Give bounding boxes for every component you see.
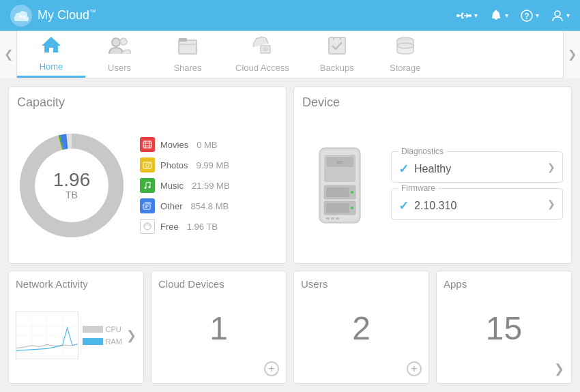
capacity-title: Capacity <box>17 95 278 110</box>
nav-bar: ❮ Home Users <box>0 31 580 78</box>
device-image: WD <box>302 141 377 230</box>
music-value: 21.59 MB <box>192 181 230 191</box>
nav-backups-label: Backups <box>320 63 354 73</box>
users-add-button[interactable]: + <box>407 361 422 376</box>
apps-arrow-icon[interactable]: ❯ <box>554 361 564 376</box>
nav-item-storage[interactable]: Storage <box>371 31 439 78</box>
usb-icon[interactable]: ▾ <box>456 10 478 21</box>
ram-label: RAM <box>106 337 122 346</box>
firmware-check-icon: ✓ <box>398 198 409 213</box>
main-content: Capacity 1.96 TB <box>0 78 580 392</box>
nav-items: Home Users Shares <box>17 31 563 78</box>
legend-movies: Movies 0 MB <box>140 137 230 152</box>
svg-rect-49 <box>331 217 334 220</box>
capacity-unit: TB <box>53 190 91 200</box>
help-dropdown-arrow[interactable]: ▾ <box>536 12 539 19</box>
svg-point-8 <box>112 38 120 46</box>
device-title: Device <box>302 95 563 110</box>
nav-right-arrow[interactable]: ❯ <box>563 31 580 78</box>
device-content: WD Dia <box>302 117 563 255</box>
network-content: CPU RAM ❯ <box>16 295 136 377</box>
svg-rect-33 <box>143 204 150 209</box>
apps-footer: ❯ <box>444 361 564 376</box>
capacity-donut: 1.96 TB <box>17 131 126 240</box>
svg-rect-50 <box>336 217 339 220</box>
backups-icon <box>327 36 347 60</box>
capacity-value-center: 1.96 TB <box>53 170 91 200</box>
network-labels: CPU RAM <box>83 325 122 346</box>
cloud-devices-add-button[interactable]: + <box>264 361 279 376</box>
legend-music: Music 21.59 MB <box>140 178 230 193</box>
users-footer: + <box>301 361 422 376</box>
network-graph <box>16 312 78 359</box>
device-panels: Diagnostics ✓ Healthy ❯ Firmware ✓ 2.10.… <box>391 151 563 220</box>
other-icon <box>140 198 155 213</box>
ram-label-item: RAM <box>83 337 122 346</box>
svg-rect-11 <box>179 38 187 42</box>
movies-label: Movies <box>160 140 188 150</box>
bell-dropdown-arrow[interactable]: ▾ <box>505 12 508 19</box>
legend-other: Other 854.8 MB <box>140 198 230 213</box>
svg-point-31 <box>145 187 147 189</box>
nav-left-arrow[interactable]: ❮ <box>0 31 17 78</box>
user-icon-btn[interactable]: ▾ <box>551 10 570 22</box>
music-label: Music <box>160 181 184 191</box>
users-card: Users 2 + <box>293 271 429 385</box>
svg-point-47 <box>351 207 353 209</box>
diagnostics-panel[interactable]: Diagnostics ✓ Healthy ❯ <box>391 151 563 183</box>
nav-item-backups[interactable]: Backups <box>303 31 371 78</box>
diagnostics-label: Diagnostics <box>398 147 446 156</box>
users-card-title: Users <box>301 278 422 290</box>
svg-point-32 <box>149 186 151 188</box>
users-icon <box>108 36 131 60</box>
photos-icon <box>140 157 155 172</box>
usb-dropdown-arrow[interactable]: ▾ <box>474 12 478 19</box>
free-icon <box>140 219 155 234</box>
svg-rect-45 <box>326 203 349 213</box>
svg-rect-2 <box>456 14 459 17</box>
nav-item-users[interactable]: Users <box>85 31 154 78</box>
svg-point-30 <box>149 163 151 164</box>
nav-shares-label: Shares <box>173 63 201 73</box>
free-value: 1.96 TB <box>187 222 218 232</box>
bell-icon-btn[interactable]: ▾ <box>490 10 508 22</box>
svg-point-1 <box>462 16 464 18</box>
header-right: ▾ ▾ ? ▾ ▾ <box>456 10 570 22</box>
svg-rect-48 <box>326 217 330 220</box>
apps-card: Apps 15 ❯ <box>436 271 572 385</box>
firmware-value: 2.10.310 <box>414 200 456 212</box>
nav-item-shares[interactable]: Shares <box>154 31 222 78</box>
svg-rect-23 <box>143 141 151 148</box>
firmware-content: ✓ 2.10.310 <box>398 198 456 213</box>
storage-icon <box>395 36 416 60</box>
nav-item-home[interactable]: Home <box>17 31 85 78</box>
users-count: 2 <box>301 295 422 362</box>
shares-icon <box>177 36 198 60</box>
svg-point-29 <box>146 164 149 167</box>
diagnostics-arrow-icon[interactable]: ❯ <box>547 162 555 172</box>
svg-text:WD: WD <box>336 160 344 164</box>
movies-value: 0 MB <box>197 140 217 150</box>
device-card: Device WD <box>293 87 572 264</box>
help-icon-btn[interactable]: ? ▾ <box>521 10 539 22</box>
svg-point-3 <box>469 14 472 17</box>
capacity-legend: Movies 0 MB Photos 9.99 MB <box>140 137 230 234</box>
user-dropdown-arrow[interactable]: ▾ <box>566 12 570 19</box>
diagnostics-content: ✓ Healthy <box>398 162 451 177</box>
diagnostics-value: Healthy <box>414 163 451 175</box>
cloud-devices-title: Cloud Devices <box>158 278 279 290</box>
music-icon <box>140 178 155 193</box>
legend-free: Free 1.96 TB <box>140 219 230 234</box>
firmware-panel[interactable]: Firmware ✓ 2.10.310 ❯ <box>391 188 563 220</box>
apps-card-title: Apps <box>444 278 564 290</box>
photos-label: Photos <box>160 160 188 170</box>
nav-cloud-access-label: Cloud Access <box>235 63 289 73</box>
cpu-label-item: CPU <box>83 325 122 333</box>
svg-point-9 <box>120 38 127 45</box>
firmware-arrow-icon[interactable]: ❯ <box>547 198 555 209</box>
network-activity-card: Network Activity <box>8 271 144 385</box>
nav-item-cloud-access[interactable]: Cloud Access <box>222 31 303 78</box>
firmware-label: Firmware <box>398 183 438 193</box>
cpu-bar <box>83 326 103 333</box>
network-arrow-icon[interactable]: ❯ <box>126 328 136 343</box>
